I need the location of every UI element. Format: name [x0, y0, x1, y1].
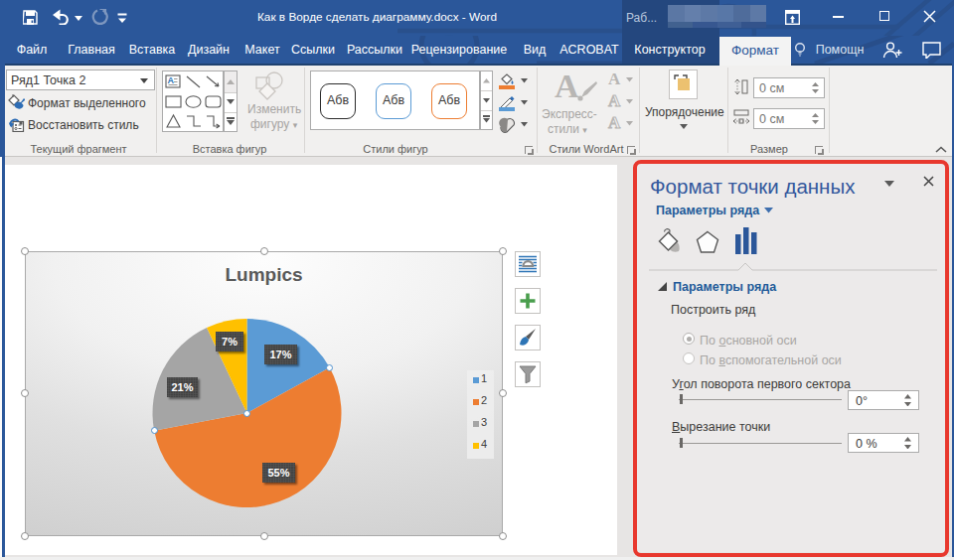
svg-text:A: A	[168, 75, 175, 85]
